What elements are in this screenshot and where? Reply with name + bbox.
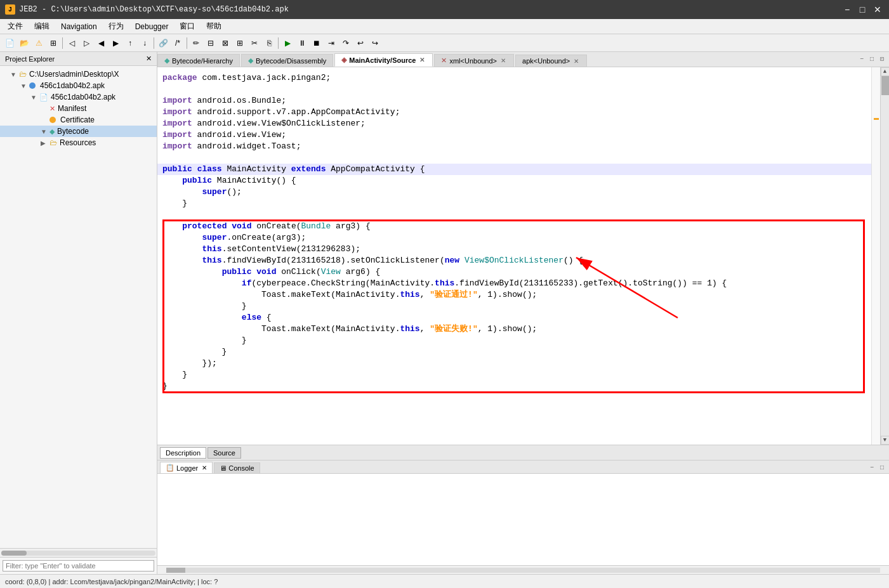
toolbar-comment[interactable]: /* xyxy=(171,36,185,50)
tab-bytecode-disassembly[interactable]: ◆ Bytecode/Disassembly xyxy=(241,54,333,67)
tab-bytecode-hierarchy[interactable]: ◆ Bytecode/Hierarchy xyxy=(157,54,240,67)
sidebar-tree: ▼ 🗁 C:\Users\admin\Desktop\X ▼ 456c1dab0… xyxy=(0,66,157,548)
filter-input[interactable] xyxy=(3,560,154,572)
tree-item-apk1[interactable]: ▼ 456c1dab04b2.apk xyxy=(0,80,157,91)
right-margin-indicator xyxy=(871,67,880,445)
window-controls: − □ ✕ xyxy=(841,3,884,16)
bottom-minimize-icon[interactable]: − xyxy=(867,463,876,472)
toolbar-table3[interactable]: ⊞ xyxy=(233,36,247,50)
toolbar-cut[interactable]: ✂ xyxy=(247,36,261,50)
tree-item-apk2[interactable]: ▼ 📄 456c1dab04b2.apk xyxy=(0,91,157,103)
vscroll-up[interactable]: ▲ xyxy=(881,67,890,76)
tab-close-icon[interactable]: ✕ xyxy=(418,56,426,63)
vertical-scrollbar[interactable]: ▲ ▼ xyxy=(880,67,889,445)
tab-description[interactable]: Description xyxy=(160,447,206,459)
code-line-26: } xyxy=(157,369,880,381)
toolbar-link[interactable]: 🔗 xyxy=(156,36,170,50)
toolbar-back2[interactable]: ◀ xyxy=(94,36,108,50)
logger-close-icon[interactable]: ✕ xyxy=(202,464,207,471)
vscroll-thumb[interactable] xyxy=(881,76,889,95)
toolbar-pencil[interactable]: ✏ xyxy=(189,36,203,50)
tab-restore-icon[interactable]: ⊡ xyxy=(878,55,886,63)
tab-mainactivity-source[interactable]: ◈ MainActivity/Source ✕ xyxy=(334,53,433,67)
menu-navigation[interactable]: Navigation xyxy=(56,21,102,32)
close-button[interactable]: ✕ xyxy=(871,3,884,16)
code-line-14: super.onCreate(arg3); xyxy=(157,232,880,244)
content-area: ◆ Bytecode/Hierarchy ◆ Bytecode/Disassem… xyxy=(157,52,889,574)
bottom-hscroll-thumb[interactable] xyxy=(166,568,185,573)
toolbar-warning[interactable]: ⚠ xyxy=(32,36,46,50)
code-line-8: public class MainActivity extends AppCom… xyxy=(157,164,880,175)
bottom-tab-logger[interactable]: 📋 Logger ✕ xyxy=(160,462,213,473)
code-line-9: public MainActivity() { xyxy=(157,175,880,186)
toolbar-new[interactable]: 📄 xyxy=(3,36,16,50)
toolbar-debug1[interactable]: ⇥ xyxy=(324,36,338,50)
hscroll-thumb[interactable] xyxy=(1,551,27,556)
sidebar-horizontal-scrollbar[interactable] xyxy=(0,548,157,557)
tree-item-manifest[interactable]: ✕ Manifest xyxy=(0,103,157,114)
code-line-5: import android.view.View; xyxy=(157,129,880,141)
code-line-3: import android.support.v7.app.AppCompatA… xyxy=(157,107,880,118)
bottom-panel: 📋 Logger ✕ 🖥 Console − □ xyxy=(157,460,889,574)
tab-apk-unbound[interactable]: apk<Unbound> ✕ xyxy=(515,55,587,67)
tab-maximize-icon[interactable]: □ xyxy=(867,55,876,63)
toolbar-debug4[interactable]: ↪ xyxy=(368,36,382,50)
tree-label: Resources xyxy=(60,138,96,147)
app-icon: J xyxy=(5,4,15,15)
menu-edit[interactable]: 编辑 xyxy=(29,20,55,33)
toolbar-table[interactable]: ⊟ xyxy=(204,36,218,50)
toolbar-debug2[interactable]: ↷ xyxy=(339,36,353,50)
tab-minimize-icon[interactable]: − xyxy=(857,55,866,63)
tab-xml-unbound[interactable]: ✕ xml<Unbound> ✕ xyxy=(434,54,514,67)
toolbar-btn4[interactable]: ⊞ xyxy=(46,36,60,50)
toolbar-down[interactable]: ↓ xyxy=(138,36,152,50)
toolbar-open[interactable]: 📂 xyxy=(17,36,31,50)
bytecode-icon: ◆ xyxy=(49,127,55,136)
code-editor[interactable]: package com.testjava.jack.pingan2; impor… xyxy=(157,67,880,445)
toolbar-back[interactable]: ◁ xyxy=(65,36,79,50)
bottom-hscroll-track[interactable] xyxy=(166,568,880,573)
menu-debugger[interactable]: Debugger xyxy=(130,21,174,32)
toolbar-debug3[interactable]: ↩ xyxy=(353,36,367,50)
menu-window[interactable]: 窗口 xyxy=(175,20,200,33)
hscroll-track[interactable] xyxy=(1,551,155,556)
menu-file[interactable]: 文件 xyxy=(3,20,28,33)
bottom-tab-console[interactable]: 🖥 Console xyxy=(214,462,260,473)
sidebar-filter-area xyxy=(0,557,157,574)
vscroll-track[interactable] xyxy=(881,76,890,436)
tree-item-bytecode[interactable]: ▼ ◆ Bytecode xyxy=(0,126,157,137)
tab-label: Bytecode/Disassembly xyxy=(256,57,326,65)
toolbar-fwd[interactable]: ▷ xyxy=(79,36,93,50)
toolbar-up[interactable]: ↑ xyxy=(123,36,137,50)
tab-label: Bytecode/Hierarchy xyxy=(172,57,233,65)
bottom-content-area xyxy=(157,474,889,565)
code-line-11: } xyxy=(157,198,880,209)
menu-help[interactable]: 帮助 xyxy=(201,20,227,33)
tab-close-icon2[interactable]: ✕ xyxy=(499,57,507,64)
menu-behavior[interactable]: 行为 xyxy=(103,20,129,33)
expand-icon: ▼ xyxy=(41,128,47,135)
vscroll-down[interactable]: ▼ xyxy=(881,436,890,445)
toolbar-pause[interactable]: ⏸ xyxy=(295,36,309,50)
toolbar-copy[interactable]: ⎘ xyxy=(262,36,276,50)
code-line-7 xyxy=(157,152,880,164)
toolbar-fwd2[interactable]: ▶ xyxy=(109,36,122,50)
bottom-horizontal-scrollbar[interactable] xyxy=(157,565,889,574)
bottom-maximize-icon[interactable]: □ xyxy=(878,463,886,472)
tab-close-icon3[interactable]: ✕ xyxy=(572,58,580,65)
tree-item-resources[interactable]: ▶ 🗁 Resources xyxy=(0,137,157,148)
tab-label: Logger xyxy=(176,464,198,472)
code-line-22: Toast.makeText(MainActivity.this, "验证失败!… xyxy=(157,323,880,335)
toolbar-sep-1 xyxy=(62,37,63,49)
toolbar-stop[interactable]: ⏹ xyxy=(310,36,324,50)
maximize-button[interactable]: □ xyxy=(856,3,869,16)
minimize-button[interactable]: − xyxy=(841,3,853,16)
sidebar-close-icon[interactable]: ✕ xyxy=(146,55,152,63)
tree-item-root[interactable]: ▼ 🗁 C:\Users\admin\Desktop\X xyxy=(0,69,157,80)
tab-source[interactable]: Source xyxy=(207,447,241,459)
toolbar-table2[interactable]: ⊠ xyxy=(218,36,232,50)
tree-item-certificate[interactable]: Certificate xyxy=(0,114,157,126)
res-folder-icon: 🗁 xyxy=(49,138,57,147)
code-line-13: protected void onCreate(Bundle arg3) { xyxy=(157,221,880,232)
toolbar-run[interactable]: ▶ xyxy=(280,36,294,50)
